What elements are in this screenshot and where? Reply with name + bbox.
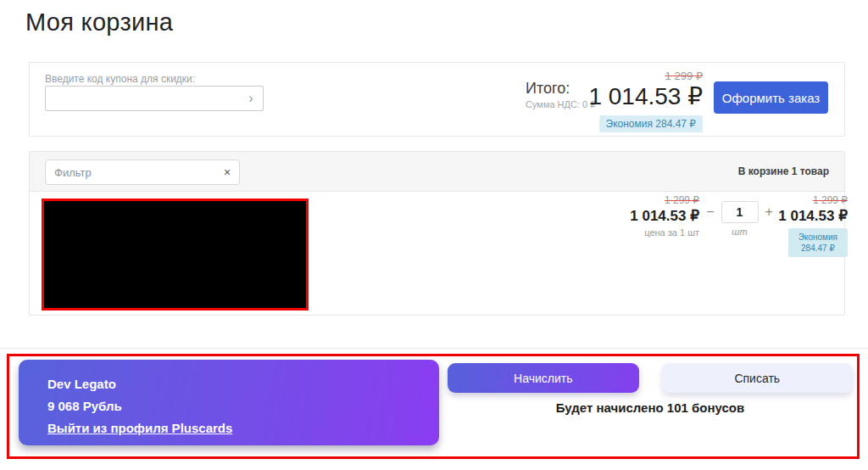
quantity-stepper: − + шт [704,201,776,237]
savings-badge: Экономия 284.47 ₽ [599,115,703,132]
line-total-price: 1 014.53 ₽ [771,207,848,225]
item-unit-price: 1 014.53 ₽ [608,207,699,225]
quantity-unit-label: шт [704,227,776,237]
clear-filter-button[interactable]: × [215,165,239,179]
cart-page: Моя корзина Введите код купона для скидк… [0,0,868,470]
summary-panel: Введите код купона для скидки: › Итого: … [29,62,845,137]
unit-price-block: 1 299 ₽ 1 014.53 ₽ цена за 1 шт [608,194,699,238]
vat-label: Сумма НДС: 0 ₽ [526,99,596,110]
item-price-caption: цена за 1 шт [608,227,699,238]
loyalty-section: Dev Legato 9 068 Рубль Выйти из профиля … [7,354,860,459]
total-price-column: 1 299 ₽ 1 014.53 ₽ Экономия 284.47 ₽ [588,70,703,132]
chevron-right-icon: › [248,91,253,105]
coupon-submit-button[interactable]: › [239,87,263,110]
spend-button[interactable]: Списать [662,363,854,393]
coupon-box: › [45,86,264,111]
line-old-price: 1 299 ₽ [771,194,848,206]
total-old-price: 1 299 ₽ [588,70,703,82]
bonus-balance: 9 068 Рубль [47,399,439,413]
line-savings-label: Экономия [798,232,837,242]
coupon-label: Введите код купона для скидки: [45,73,195,85]
filter-input[interactable] [46,160,215,184]
loyalty-buttons: Начислить Списать [448,363,853,393]
checkout-button[interactable]: Оформить заказ [714,81,828,114]
page-title: Моя корзина [25,8,173,36]
accrue-button[interactable]: Начислить [448,363,639,393]
line-savings-badge: Экономия 284.47 ₽ [788,228,848,257]
accrue-note: Будет начислено 101 бонусов [448,400,853,415]
product-image-redacted[interactable] [42,199,309,311]
profile-name: Dev Legato [47,377,439,391]
cart-header: × В корзине 1 товар [30,152,844,192]
line-total-block: 1 299 ₽ 1 014.53 ₽ Экономия 284.47 ₽ [771,194,848,257]
total-price: 1 014.53 ₽ [588,82,703,110]
minus-icon[interactable]: − [705,205,715,219]
filter-box: × [45,159,240,185]
quantity-input[interactable] [721,201,759,223]
logout-link[interactable]: Выйти из профиля Pluscards [47,421,232,435]
loyalty-card: Dev Legato 9 068 Рубль Выйти из профиля … [19,360,439,445]
coupon-input[interactable] [46,87,239,110]
divider [0,348,868,349]
cart-items-count: В корзине 1 товар [738,165,829,177]
close-icon: × [224,165,231,179]
total-label: Итого: [526,80,570,98]
line-savings-amount: 284.47 ₽ [801,243,835,253]
item-old-price: 1 299 ₽ [608,194,699,206]
cart-panel: × В корзине 1 товар 1 299 ₽ 1 014.53 ₽ ц… [29,151,845,316]
